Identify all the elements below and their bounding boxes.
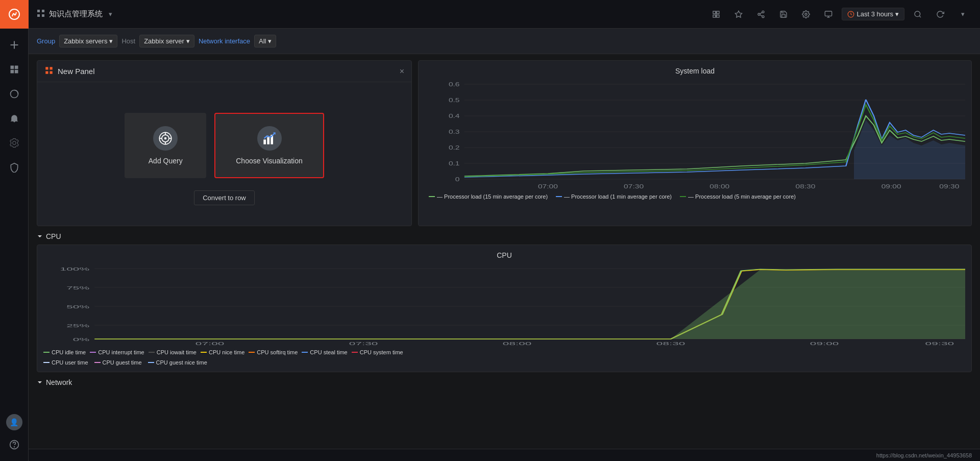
convert-to-row-button[interactable]: Convert to row <box>194 190 255 205</box>
host-filter[interactable]: Zabbix server ▾ <box>139 35 194 47</box>
legend-user: CPU user time <box>43 359 88 366</box>
app-dropdown-icon: ▾ <box>109 10 112 18</box>
cpu-chart-area: 100% 75% 50% 25% 0% 07:00 07:30 08:00 08… <box>43 263 965 345</box>
legend-15min-label: — Processor load (15 min average per cor… <box>437 193 548 200</box>
choose-vis-option[interactable]: Choose Visualization <box>214 113 324 178</box>
svg-marker-65 <box>854 120 965 179</box>
host-filter-value: Zabbix server <box>144 37 184 45</box>
svg-text:100%: 100% <box>60 266 90 272</box>
legend-1min-label: — Processor load (1 min average per core… <box>564 193 672 200</box>
svg-text:0: 0 <box>455 177 460 182</box>
sidebar-item-add[interactable] <box>0 34 29 56</box>
panel-body: Add Query <box>37 82 411 226</box>
svg-text:07:30: 07:30 <box>624 184 644 189</box>
host-filter-chevron: ▾ <box>186 37 190 45</box>
svg-point-36 <box>164 137 167 140</box>
legend-guest-nice: CPU guest nice time <box>148 359 207 366</box>
svg-marker-17 <box>736 11 742 17</box>
group-filter-value: Zabbix servers <box>64 37 107 45</box>
add-query-label: Add Query <box>149 157 183 165</box>
sidebar-item-settings[interactable] <box>0 132 29 154</box>
svg-rect-2 <box>14 66 18 69</box>
choose-vis-icon <box>257 126 282 151</box>
legend-15min: — Processor load (15 min average per cor… <box>429 193 548 200</box>
sidebar-item-alerts[interactable] <box>0 107 29 130</box>
system-load-chart: System load 0.6 0.5 0.4 <box>418 60 972 226</box>
svg-point-23 <box>805 13 807 15</box>
svg-rect-41 <box>263 139 266 144</box>
app-title: 知识点管理系统 <box>49 9 103 19</box>
legend-guest: CPU guest time <box>94 359 142 366</box>
svg-text:50%: 50% <box>66 304 89 309</box>
cpu-section-title: CPU <box>46 232 61 240</box>
legend-nice: CPU nice time <box>201 349 244 355</box>
legend-5min-label: — Processor load (5 min average per core… <box>688 193 796 200</box>
cpu-section-header[interactable]: CPU <box>37 232 972 240</box>
add-query-option[interactable]: Add Query <box>125 113 206 178</box>
sidebar-item-shield[interactable] <box>0 156 29 179</box>
settings-button[interactable] <box>797 5 815 23</box>
refresh-dropdown-button[interactable]: ▾ <box>953 5 972 23</box>
network-filter-value: All <box>259 37 266 45</box>
svg-text:09:30: 09:30 <box>939 184 959 189</box>
svg-rect-32 <box>45 71 48 74</box>
monitor-button[interactable] <box>819 5 838 23</box>
network-section-header[interactable]: Network <box>37 378 972 386</box>
svg-rect-8 <box>37 10 40 12</box>
svg-point-18 <box>762 11 764 13</box>
svg-marker-82 <box>94 270 965 339</box>
network-filter[interactable]: All ▾ <box>254 35 276 47</box>
svg-text:0.6: 0.6 <box>449 82 460 87</box>
network-label[interactable]: Network interface <box>199 37 250 45</box>
svg-text:0.5: 0.5 <box>449 98 460 103</box>
new-panel-modal: New Panel × <box>37 60 412 226</box>
svg-rect-10 <box>37 14 40 17</box>
filterbar: Group Zabbix servers ▾ Host Zabbix serve… <box>29 29 980 54</box>
panel-title: New Panel <box>58 67 95 76</box>
svg-point-20 <box>762 15 764 17</box>
sidebar-item-explore[interactable] <box>0 83 29 105</box>
legend-system: CPU system time <box>352 349 403 355</box>
time-picker[interactable]: Last 3 hours ▾ <box>842 8 904 20</box>
system-chart-area: 0.6 0.5 0.4 0.3 0.2 0.1 0 07:00 07:30 08… <box>425 79 965 191</box>
save-button[interactable] <box>774 5 793 23</box>
panel-header-icon <box>44 66 54 77</box>
app-menu[interactable]: 知识点管理系统 ▾ <box>37 9 112 19</box>
app-logo[interactable] <box>0 0 29 29</box>
time-picker-chevron: ▾ <box>895 10 899 18</box>
page-content: New Panel × <box>29 54 980 449</box>
svg-text:08:30: 08:30 <box>656 341 685 345</box>
network-filter-chevron: ▾ <box>268 37 272 45</box>
svg-text:25%: 25% <box>66 323 89 328</box>
sidebar-item-help[interactable] <box>0 433 29 456</box>
group-filter[interactable]: Zabbix servers ▾ <box>59 35 117 47</box>
legend-1min: — Processor load (1 min average per core… <box>556 193 672 200</box>
panel-close-button[interactable]: × <box>400 67 404 76</box>
svg-rect-42 <box>267 137 270 144</box>
star-button[interactable] <box>729 5 748 23</box>
svg-rect-15 <box>717 15 720 17</box>
group-filter-chevron: ▾ <box>109 37 113 45</box>
cpu-legend: CPU idle time CPU interrupt time CPU iow… <box>43 349 965 366</box>
svg-rect-24 <box>825 11 832 16</box>
svg-rect-11 <box>42 14 44 17</box>
search-button[interactable] <box>909 5 927 23</box>
share-button[interactable] <box>752 5 770 23</box>
svg-rect-4 <box>14 70 18 74</box>
status-url: https://blog.csdn.net/weixin_44953658 <box>876 452 972 458</box>
svg-rect-31 <box>50 67 53 69</box>
add-panel-button[interactable] <box>707 5 725 23</box>
refresh-button[interactable] <box>931 5 949 23</box>
svg-line-22 <box>760 12 763 14</box>
svg-rect-1 <box>10 66 14 69</box>
group-label[interactable]: Group <box>37 37 55 45</box>
avatar[interactable]: 👤 <box>6 414 22 430</box>
svg-text:0.3: 0.3 <box>449 129 460 135</box>
svg-point-7 <box>14 447 14 447</box>
topnav-actions: Last 3 hours ▾ ▾ <box>707 5 972 23</box>
host-label: Host <box>121 37 135 45</box>
main-content: 知识点管理系统 ▾ Last 3 hours <box>29 0 980 461</box>
sidebar-item-dashboard[interactable] <box>0 58 29 81</box>
svg-text:08:30: 08:30 <box>795 184 815 189</box>
refresh-dropdown-icon: ▾ <box>961 10 965 18</box>
